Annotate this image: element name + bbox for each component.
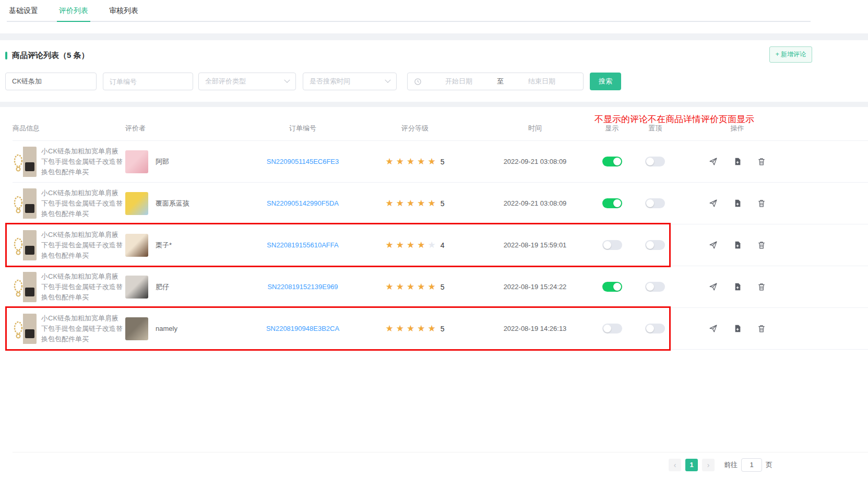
star-rating: ★★★★★ [385,324,435,333]
product-title: 小CK链条加粗加宽单肩腋下包手提包金属链子改造替换包包配件单买 [41,313,125,344]
reviewer-name: 阿部 [156,157,169,166]
review-time: 2022-08-19 15:24:22 [485,283,585,291]
add-review-button[interactable]: + 新增评论 [769,46,812,63]
review-type-select[interactable]: 全部评价类型 [198,73,296,90]
delete-icon[interactable] [757,199,766,208]
show-toggle[interactable] [602,198,622,208]
send-icon[interactable] [709,157,718,166]
show-cell [585,282,639,292]
section-divider [0,33,868,40]
product-info-cell: 小CK链条加粗加宽单肩腋下包手提包金属链子改造替换包包配件单买 [13,230,125,261]
chevron-down-icon [284,77,290,83]
order-link[interactable]: SN220819152139E969 [267,283,338,291]
send-icon[interactable] [709,241,718,249]
chevron-down-icon [385,77,390,83]
top-toggle[interactable] [645,282,665,292]
add-document-icon[interactable] [733,241,742,249]
top-cell [639,282,671,292]
order-link[interactable]: SN220905142990F5DA [267,199,339,207]
tab-review-list[interactable]: 评价列表 [57,0,90,22]
send-icon[interactable] [709,324,718,333]
delete-icon[interactable] [757,241,766,249]
delete-icon[interactable] [757,157,766,166]
top-cell [639,324,671,333]
delete-icon[interactable] [757,282,766,291]
page-number-button[interactable]: 1 [685,459,698,471]
search-button[interactable]: 搜索 [590,73,621,90]
top-toggle[interactable] [645,240,665,250]
search-time-value: 是否搜索时间 [310,77,350,86]
avatar [125,276,148,299]
top-toggle[interactable] [645,198,665,208]
order-link[interactable]: SN2209051145EC6FE3 [267,158,339,165]
prev-page-button[interactable]: ‹ [669,459,681,471]
start-date-placeholder[interactable]: 开始日期 [424,77,494,86]
order-cell: SN2208190948E3B2CA [261,325,344,332]
show-toggle[interactable] [602,282,622,292]
reviewer-cell: namely [125,317,261,340]
column-header: 订单编号 [261,124,344,133]
star-icon: ★ [427,324,435,333]
reviewer-name: 覆面系蓝孩 [156,199,189,208]
star-rating: ★★★★★ [385,241,435,249]
delete-icon[interactable] [757,324,766,333]
toggle-knob [613,158,621,165]
star-rating: ★★★★★ [385,157,435,166]
goto-suffix: 页 [766,460,772,470]
date-range-picker[interactable]: 开始日期 至 结束日期 [407,73,584,90]
star-icon: ★ [417,199,425,208]
panel-title: 商品评论列表（5 条） [0,40,868,61]
send-icon[interactable] [709,282,718,291]
review-time: 2022-08-19 14:26:13 [485,325,585,332]
avatar [125,317,148,340]
goto-label: 前往 [724,460,738,470]
show-toggle[interactable] [602,157,622,166]
top-cell [639,198,671,208]
reviewer-cell: 阿部 [125,150,261,173]
reviewer-cell: 覆面系蓝孩 [125,192,261,215]
table-body: 小CK链条加粗加宽单肩腋下包手提包金属链子改造替换包包配件单买 阿部 SN220… [13,140,868,350]
tab-audit-list[interactable]: 审核列表 [107,0,140,22]
show-toggle[interactable] [602,324,622,333]
table-row: 小CK链条加粗加宽单肩腋下包手提包金属链子改造替换包包配件单买 namely S… [13,307,868,349]
table-row: 小CK链条加粗加宽单肩腋下包手提包金属链子改造替换包包配件单买 覆面系蓝孩 SN… [13,182,868,224]
star-icon: ★ [396,157,404,166]
product-thumbnail [13,147,37,177]
order-link[interactable]: SN220819155610AFFA [267,241,338,249]
product-title: 小CK链条加粗加宽单肩腋下包手提包金属链子改造替换包包配件单买 [41,188,125,219]
table-row: 小CK链条加粗加宽单肩腋下包手提包金属链子改造替换包包配件单买 肥仔 SN220… [13,266,868,307]
rating-cell: ★★★★★ 5 [344,199,485,208]
star-icon: ★ [407,282,414,291]
next-page-button[interactable]: › [702,459,715,471]
add-document-icon[interactable] [733,199,742,208]
star-icon: ★ [407,199,414,208]
show-toggle[interactable] [602,240,622,250]
star-icon: ★ [407,157,414,166]
product-thumbnail [13,188,37,219]
order-link[interactable]: SN2208190948E3B2CA [266,325,339,332]
top-toggle[interactable] [645,157,665,166]
star-icon: ★ [407,241,414,249]
table-row: 小CK链条加粗加宽单肩腋下包手提包金属链子改造替换包包配件单买 栗子* SN22… [13,224,868,266]
show-cell [585,324,639,333]
keyword-input[interactable] [5,73,97,90]
top-toggle[interactable] [645,324,665,333]
add-document-icon[interactable] [733,282,742,291]
filters-panel: 商品评论列表（5 条） + 新增评论 全部评价类型 是否搜索时间 开始日期 至 … [0,40,868,102]
review-time: 2022-08-19 15:59:01 [485,241,585,249]
end-date-placeholder[interactable]: 结束日期 [507,77,577,86]
send-icon[interactable] [709,199,718,208]
add-document-icon[interactable] [733,324,742,333]
tab-bar: 基础设置评价列表审核列表 [0,0,868,22]
product-thumbnail [13,272,37,302]
show-cell [585,198,639,208]
toggle-knob [603,325,611,332]
search-time-select[interactable]: 是否搜索时间 [303,73,397,90]
add-document-icon[interactable] [733,157,742,166]
reviewer-name: 栗子* [156,241,172,250]
section-divider [0,102,868,107]
star-icon: ★ [396,199,404,208]
order-no-input[interactable] [103,73,193,90]
goto-page-input[interactable] [741,458,762,472]
tab-basic-settings[interactable]: 基础设置 [7,0,40,22]
